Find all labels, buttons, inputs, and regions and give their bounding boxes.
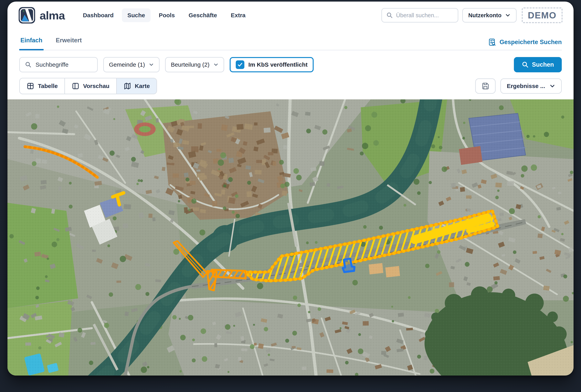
chevron-down-icon — [505, 12, 510, 18]
nav-item-dashboard[interactable]: Dashboard — [77, 8, 119, 22]
saved-searches-link[interactable]: Gespeicherte Suchen — [488, 38, 562, 46]
kbs-published-checkbox[interactable]: Im KbS veröffentlicht — [230, 57, 314, 72]
kbs-checkbox-label: Im KbS veröffentlicht — [248, 61, 308, 68]
brand[interactable]: alma — [18, 7, 65, 24]
chevron-down-icon — [149, 62, 154, 67]
beurteilung-dropdown[interactable]: Beurteilung (2) — [165, 57, 224, 72]
gemeinde-dropdown[interactable]: Gemeinde (1) — [103, 57, 160, 72]
checkbox-checked-icon — [236, 60, 244, 69]
search-icon — [522, 61, 529, 68]
nav-item-pools[interactable]: Pools — [153, 8, 180, 22]
map-canvas[interactable] — [8, 99, 574, 376]
results-toolbar: Tabelle Vorschau Karte — [19, 78, 562, 94]
tab-erweitert[interactable]: Erweitert — [54, 33, 83, 50]
tab-einfach[interactable]: Einfach — [19, 33, 44, 50]
nav-item-extra[interactable]: Extra — [225, 8, 251, 22]
search-mode-tabs: Einfach Erweitert Gespeicherte Suchen — [19, 33, 562, 50]
view-tabelle-button[interactable]: Tabelle — [20, 78, 64, 94]
app-header: alma Dashboard Suche Pools Geschäfte Ext… — [8, 1, 574, 29]
search-icon — [386, 12, 393, 19]
view-karte-button[interactable]: Karte — [116, 78, 157, 94]
filter-row: Suchbegriffe Gemeinde (1) Beurteilung (2… — [19, 57, 562, 72]
split-panel-icon — [72, 82, 80, 90]
chevron-down-icon — [213, 62, 218, 67]
account-label: Nutzerkonto — [468, 12, 502, 19]
search-icon — [25, 61, 32, 68]
keyword-placeholder: Suchbegriffe — [36, 61, 68, 68]
nav-item-suche[interactable]: Suche — [122, 8, 150, 22]
nav-item-geschaefte[interactable]: Geschäfte — [183, 8, 222, 22]
keyword-search-input[interactable]: Suchbegriffe — [19, 57, 98, 72]
global-search-placeholder: Überall suchen... — [396, 12, 439, 19]
table-icon — [26, 82, 34, 90]
chevron-down-icon — [550, 83, 555, 89]
map-view — [8, 99, 574, 376]
account-menu-button[interactable]: Nutzerkonto — [462, 8, 516, 22]
view-switcher: Tabelle Vorschau Karte — [19, 78, 157, 94]
brand-name: alma — [40, 9, 65, 22]
saved-searches-icon — [488, 38, 496, 46]
save-view-button[interactable] — [475, 78, 496, 94]
demo-badge: DEMO — [522, 7, 562, 23]
main-nav: Dashboard Suche Pools Geschäfte Extra — [77, 8, 251, 22]
results-count-dropdown[interactable]: Ergebnisse ... — [500, 78, 562, 94]
global-search-input[interactable]: Überall suchen... — [382, 8, 458, 22]
alma-logo-icon — [18, 7, 35, 24]
floppy-disk-icon — [481, 82, 490, 90]
suchen-button[interactable]: Suchen — [514, 57, 562, 72]
map-icon — [124, 82, 131, 90]
app-window: alma Dashboard Suche Pools Geschäfte Ext… — [8, 1, 574, 376]
view-vorschau-button[interactable]: Vorschau — [64, 78, 116, 94]
